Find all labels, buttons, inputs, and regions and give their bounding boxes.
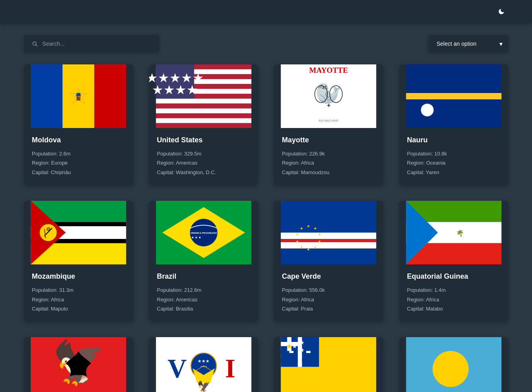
- population-mozambique: Population: 31.3m: [32, 285, 125, 295]
- svg-text:★★★: ★★★: [198, 359, 210, 363]
- flag-nauru: [399, 64, 509, 128]
- country-name-nauru: Nauru: [407, 136, 501, 144]
- card-info-equatorial-guinea: Equatorial Guinea Population: 1.4m Regio…: [399, 264, 509, 321]
- svg-rect-20: [156, 99, 251, 103]
- search-icon: [32, 41, 38, 47]
- search-input[interactable]: [43, 41, 151, 47]
- card-info-moldova: Moldova Population: 2.6m Region: Europe …: [24, 128, 133, 185]
- country-details-moldova: Population: 2.6m Region: Europe Capital:…: [32, 149, 125, 177]
- country-card-united-states[interactable]: ★★★★★ ★★★★ United States Population: 329…: [149, 64, 258, 185]
- svg-rect-57: [281, 233, 376, 239]
- svg-line-1: [36, 45, 37, 46]
- country-name-mozambique: Mozambique: [32, 272, 125, 281]
- country-name-equatorial-guinea: Equatorial Guinea: [407, 272, 501, 281]
- flag-mozambique: ⚙: [24, 201, 133, 264]
- population-cape-verde: Population: 556.0k: [282, 285, 375, 295]
- svg-rect-58: [281, 239, 376, 242]
- search-container: [24, 35, 159, 52]
- country-card-mayotte[interactable]: MAYOTTE 🦭 ☾ ✦ RA-MACHWE Mayotte Populati…: [274, 64, 383, 185]
- country-details-cape-verde: Population: 556.0k Region: Africa Capita…: [282, 285, 375, 313]
- country-card-mozambique[interactable]: ⚙ Mozambique Population: 31.3m Region: A…: [24, 201, 133, 321]
- country-name-united-states: United States: [157, 136, 250, 144]
- country-card-niue[interactable]: Niue Population: 1.5k Region: Oceania Ca…: [274, 337, 383, 392]
- card-info-nauru: Nauru Population: 10.8k Region: Oceania …: [399, 128, 509, 185]
- capital-equatorial-guinea: Capital: Malabo: [407, 304, 501, 313]
- country-details-united-states: Population: 329.5m Region: Americas Capi…: [157, 149, 250, 177]
- svg-rect-91: [298, 337, 302, 367]
- svg-text:☾: ☾: [325, 90, 332, 99]
- country-card-cape-verde[interactable]: Cape Verde Population: 556.0k Region: Af…: [274, 201, 383, 321]
- flag-cape-verde: [274, 201, 383, 264]
- country-card-palau[interactable]: Palau Population: 18.1k Region: Oceania …: [399, 337, 509, 392]
- country-details-mayotte: Population: 226.9k Region: Africa Capita…: [282, 149, 375, 177]
- population-united-states: Population: 329.5m: [157, 149, 250, 158]
- svg-text:I: I: [225, 354, 235, 383]
- dark-mode-button[interactable]: [498, 8, 508, 15]
- capital-brazil: Capital: Brasília: [157, 304, 250, 313]
- moon-icon: [498, 8, 505, 15]
- svg-text:MAYOTTE: MAYOTTE: [309, 66, 348, 74]
- region-filter-wrapper: Select an option Africa Americas Asia Eu…: [429, 35, 508, 52]
- card-info-united-states: United States Population: 329.5m Region:…: [149, 128, 258, 185]
- country-card-moldova[interactable]: ☾ Moldova Population: 2.6m Region: Europ…: [24, 64, 133, 185]
- capital-cape-verde: Capital: Praia: [282, 304, 375, 313]
- countries-grid: ☾ Moldova Population: 2.6m Region: Europ…: [0, 64, 532, 392]
- svg-text:☾: ☾: [78, 94, 79, 96]
- region-nauru: Region: Oceania: [407, 158, 501, 167]
- country-name-mayotte: Mayotte: [282, 136, 375, 144]
- svg-text:🌴: 🌴: [456, 229, 464, 237]
- svg-rect-23: [156, 113, 251, 118]
- population-mayotte: Population: 226.9k: [282, 149, 375, 158]
- region-equatorial-guinea: Region: Africa: [407, 295, 501, 304]
- flag-mayotte: MAYOTTE 🦭 ☾ ✦ RA-MACHWE: [274, 64, 383, 128]
- svg-text:✦: ✦: [326, 102, 331, 109]
- card-info-brazil: Brazil Population: 212.6m Region: Americ…: [149, 264, 258, 321]
- svg-rect-4: [94, 64, 126, 128]
- svg-text:🦅: 🦅: [197, 380, 210, 392]
- region-brazil: Region: Americas: [157, 295, 250, 304]
- card-info-mozambique: Mozambique Population: 31.3m Region: Afr…: [24, 264, 133, 321]
- region-moldova: Region: Europe: [32, 158, 125, 167]
- country-details-mozambique: Population: 31.3m Region: Africa Capital…: [32, 285, 125, 313]
- card-info-cape-verde: Cape Verde Population: 556.0k Region: Af…: [274, 264, 383, 321]
- country-card-usvi[interactable]: V I ★★★ ━━━ 🦅 United States Virgin Islan…: [149, 337, 258, 392]
- population-equatorial-guinea: Population: 1.4m: [407, 285, 501, 295]
- country-card-albania[interactable]: 🦅 Albania Population: 2.8m Region: Europ…: [24, 337, 133, 392]
- country-details-equatorial-guinea: Population: 1.4m Region: Africa Capital:…: [407, 285, 501, 313]
- flag-albania: 🦅: [24, 337, 133, 392]
- flag-palau: [399, 337, 509, 392]
- controls-bar: Select an option Africa Americas Asia Eu…: [0, 23, 532, 64]
- country-name-moldova: Moldova: [32, 136, 125, 144]
- population-nauru: Population: 10.8k: [407, 149, 501, 158]
- svg-text:★ ★ ★: ★ ★ ★: [191, 236, 201, 239]
- flag-equatorial-guinea: 🌴: [399, 201, 509, 264]
- country-details-brazil: Population: 212.6m Region: Americas Capi…: [157, 285, 250, 313]
- svg-text:★★★★: ★★★★: [152, 83, 198, 97]
- region-cape-verde: Region: Africa: [282, 295, 375, 304]
- svg-rect-95: [302, 337, 319, 351]
- flag-brazil: ORDEM E PROGRESSO ★ ★ ★: [149, 201, 258, 264]
- population-brazil: Population: 212.6m: [157, 285, 250, 295]
- flag-moldova: ☾: [24, 64, 133, 128]
- flag-usvi: V I ★★★ ━━━ 🦅: [149, 337, 258, 392]
- country-card-equatorial-guinea[interactable]: 🌴 Equatorial Guinea Population: 1.4m Reg…: [399, 201, 509, 321]
- svg-rect-21: [156, 103, 251, 108]
- region-select[interactable]: Select an option Africa Americas Asia Eu…: [429, 35, 508, 52]
- region-mozambique: Region: Africa: [32, 295, 125, 304]
- svg-rect-22: [156, 109, 251, 113]
- country-card-brazil[interactable]: ORDEM E PROGRESSO ★ ★ ★ Brazil Populatio…: [149, 201, 258, 321]
- capital-mozambique: Capital: Maputo: [32, 304, 125, 313]
- country-details-nauru: Population: 10.8k Region: Oceania Capita…: [407, 149, 501, 177]
- region-united-states: Region: Americas: [157, 158, 250, 167]
- flag-niue: [274, 337, 383, 392]
- svg-rect-38: [406, 93, 501, 99]
- svg-point-105: [432, 351, 468, 387]
- svg-rect-2: [31, 64, 62, 128]
- capital-nauru: Capital: Yaren: [407, 168, 501, 177]
- svg-rect-24: [156, 118, 251, 123]
- population-moldova: Population: 2.6m: [32, 149, 125, 158]
- region-mayotte: Region: Africa: [282, 158, 375, 167]
- flag-united-states: ★★★★★ ★★★★: [149, 64, 258, 128]
- country-card-nauru[interactable]: Nauru Population: 10.8k Region: Oceania …: [399, 64, 509, 185]
- svg-text:ORDEM E PROGRESSO: ORDEM E PROGRESSO: [190, 232, 217, 234]
